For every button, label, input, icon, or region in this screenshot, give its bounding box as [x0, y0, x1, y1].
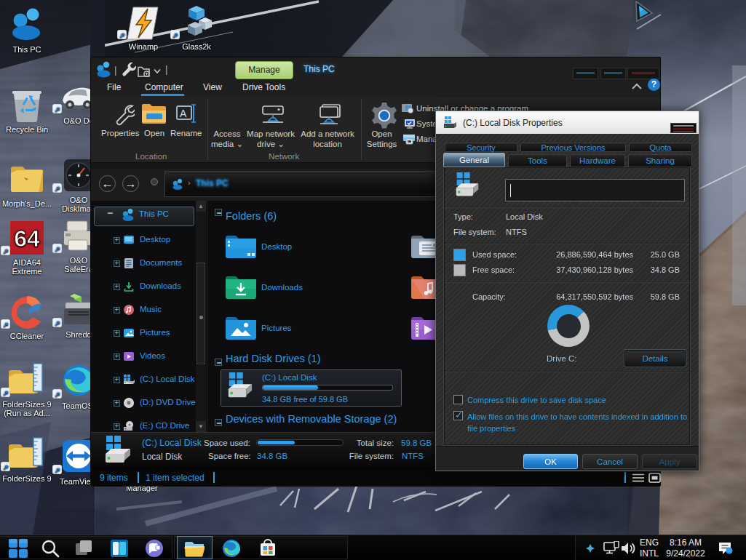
svg-text:64: 64 [14, 225, 40, 252]
svg-text:A: A [180, 108, 187, 119]
